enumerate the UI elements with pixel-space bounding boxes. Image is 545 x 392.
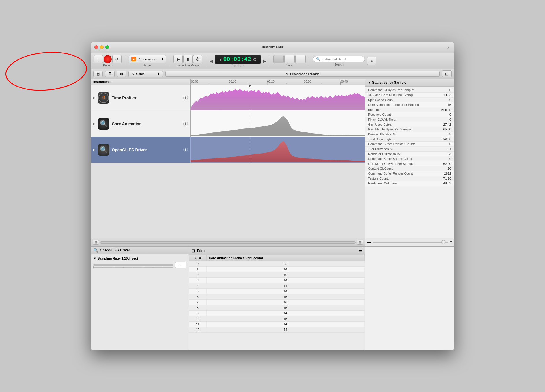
table-row[interactable]: 314 [189, 278, 365, 283]
row-num: 7 [189, 300, 206, 305]
inspection-play-button[interactable]: ▶ [173, 55, 183, 63]
core-animation-chart [191, 111, 365, 137]
core-animation-info-btn[interactable]: ℹ [183, 122, 188, 126]
bottom-slider[interactable] [373, 242, 448, 243]
view-btn-1[interactable] [273, 55, 284, 63]
refresh-button[interactable]: ↺ [112, 55, 122, 63]
inspection-pause-button[interactable]: ⏸ [183, 55, 193, 63]
table-row[interactable]: 022 [189, 261, 365, 267]
view-btn-3[interactable] [295, 55, 306, 63]
minus-icon[interactable]: — [367, 240, 371, 244]
detail-toggle-btn[interactable]: ⊟ [442, 70, 452, 77]
run-label: Run 4 of 4 [215, 64, 261, 67]
col-num-header[interactable]: ▲ # [189, 255, 206, 261]
stat-value: 2912 [444, 172, 451, 175]
table-row[interactable]: 716 [189, 300, 365, 305]
core-animation-expand[interactable]: ▶ [93, 122, 96, 125]
sampling-section: ▼ Sampling Rate (1/10th sec) [91, 254, 189, 270]
stat-value: 0 [449, 157, 451, 160]
time-profiler-info-btn[interactable]: ℹ [183, 96, 188, 100]
stat-value: 0 [449, 113, 451, 116]
sort-arrow: ▲ [194, 256, 197, 260]
search-input[interactable] [322, 57, 362, 61]
table-row[interactable]: 1214 [189, 327, 365, 333]
expand-button[interactable]: ⤢ [446, 45, 451, 50]
time-profiler-row[interactable]: ▶ 45 Time Profiler ℹ [91, 85, 365, 111]
timer-prev[interactable]: ◀ [210, 58, 213, 64]
opengl-expand[interactable]: ▶ [93, 148, 96, 151]
timeline-scrollbar[interactable] [100, 241, 356, 244]
table-menu-icon[interactable]: ☰ [358, 248, 362, 253]
row-num: 2 [189, 272, 206, 278]
time-profiler-expand[interactable]: ▶ [93, 96, 96, 99]
core-animation-info: Core Animation [112, 122, 142, 126]
table-row[interactable]: 815 [189, 305, 365, 311]
timeline-btn-1[interactable]: ⊟ [93, 240, 99, 245]
view-seg-btn-2[interactable]: ☰ [105, 71, 115, 77]
record-button[interactable] [104, 55, 112, 63]
sampling-slider[interactable] [93, 264, 173, 266]
performance-icon: ▲ [131, 57, 136, 61]
data-table: ▲ # Core Animation Frames Per Second 022… [189, 255, 365, 333]
time-profiler-title: Time Profiler [112, 96, 136, 100]
view-label: View [286, 64, 293, 67]
stat-value: 63 [448, 152, 451, 156]
stat-label: Renderer Utilization %: [368, 152, 401, 156]
pause-button[interactable]: ⏸ [94, 55, 103, 63]
table-row[interactable]: 414 [189, 283, 365, 289]
view-btn-2[interactable] [284, 55, 295, 63]
stat-value: 51 [448, 147, 451, 151]
table-row[interactable]: 514 [189, 289, 365, 294]
list-icon[interactable]: ≡ [450, 240, 452, 244]
extended-panel-bottom: — ≡ [365, 238, 454, 246]
table-row[interactable]: 914 [189, 311, 365, 316]
main-window: Instruments ⤢ ⏸ ↺ Record ▲ Performance ⬍… [91, 42, 454, 350]
inspection-clock-button[interactable]: ⏱ [193, 55, 202, 63]
timeline-col-header: 00:00 00:10 00:20 00:30 00:40 [191, 79, 365, 85]
slider-handle[interactable] [441, 240, 445, 244]
minimize-button[interactable] [100, 45, 104, 49]
stat-value: 62...0 [443, 162, 451, 165]
sampling-row [93, 262, 186, 268]
table-row[interactable]: 1015 [189, 316, 365, 322]
timeline-btn-2[interactable]: ⊞ [357, 240, 363, 245]
more-button[interactable]: » [367, 57, 376, 65]
cores-arrow: ⬍ [157, 72, 160, 76]
performance-dropdown[interactable]: ▲ Performance ⬍ [129, 55, 166, 63]
view-seg-btn-1[interactable]: ▦ [93, 71, 103, 77]
record-controls: ⏸ ↺ [94, 55, 122, 63]
opengl-row[interactable]: ▶ 🔍 OpenGL ES Driver ℹ [91, 137, 365, 163]
maximize-button[interactable] [105, 45, 109, 49]
row-val: 14 [206, 267, 365, 272]
stat-label: Gart Map In Bytes Per Sample: [368, 128, 412, 131]
opengl-info-btn[interactable]: ℹ [183, 148, 188, 152]
search-group: 🔍 Search [313, 56, 365, 66]
sep3 [206, 57, 206, 65]
stat-value: 65...0 [443, 128, 451, 131]
secondary-toolbar: ▦ ☰ ⊞ All Cores ⬍ All Processes / Thread… [91, 69, 454, 79]
cores-dropdown[interactable]: All Cores ⬍ [128, 71, 163, 77]
threads-label: All Processes / Threads [286, 72, 319, 76]
stat-value: 19...3 [443, 93, 451, 97]
core-animation-row[interactable]: ▶ 🔍 Core Animation ℹ [91, 111, 365, 137]
stat-label: Gart Used Bytes: [368, 123, 392, 126]
stat-value: 0 [449, 98, 451, 102]
stat-value: 0 [449, 88, 451, 92]
cores-label: All Cores [132, 72, 145, 76]
close-button[interactable] [94, 45, 98, 49]
table-row[interactable]: 615 [189, 294, 365, 300]
view-seg-btn-3[interactable]: ⊞ [117, 71, 126, 77]
threads-button[interactable]: All Processes / Threads [165, 71, 440, 77]
sampling-input[interactable] [175, 262, 186, 268]
main-area: Instruments 00:00 00:10 00:20 00:30 00:4… [91, 79, 454, 246]
col-val-header[interactable]: Core Animation Frames Per Second [206, 255, 365, 261]
table-row[interactable]: 114 [189, 267, 365, 272]
timer-next[interactable]: ▶ [263, 58, 266, 64]
table-row[interactable]: 216 [189, 272, 365, 278]
stat-row: Built- In:Built-In [365, 107, 454, 112]
row-val: 15 [206, 294, 365, 300]
extended-triangle: ▼ [368, 81, 371, 84]
table-row[interactable]: 1114 [189, 322, 365, 327]
table-label: Table [197, 249, 205, 253]
stat-label: Command Buffer Render Count: [368, 172, 414, 175]
